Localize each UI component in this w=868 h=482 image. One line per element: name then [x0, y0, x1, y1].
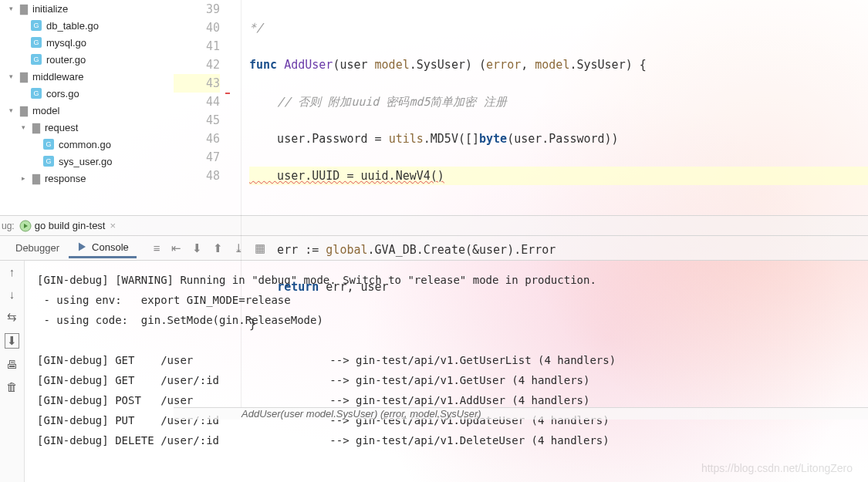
console-action-rail: ↑↓⇆⬇🖶🗑 [0, 261, 25, 482]
folder-icon: ▇ [20, 105, 28, 116]
tree-label: response [45, 173, 86, 184]
play-icon [76, 241, 87, 252]
tree-item[interactable]: Gdb_table.go [0, 17, 174, 34]
folder-icon: ▇ [20, 71, 28, 83]
tree-label: model [32, 105, 59, 116]
tree-item[interactable]: Gsys_user.go [0, 153, 174, 170]
tree-label: router.go [46, 54, 86, 66]
chevron-icon[interactable]: ▾ [9, 72, 20, 80]
folder-icon: ▇ [32, 173, 40, 184]
rail-action-icon[interactable]: ⇆ [7, 310, 17, 324]
tab-debugger[interactable]: Debugger [8, 239, 67, 257]
tree-item[interactable]: ▾▇initialize [0, 0, 174, 17]
rail-action-icon[interactable]: 🗑 [6, 380, 18, 393]
chevron-icon[interactable]: ▸ [22, 174, 32, 182]
rail-action-icon[interactable]: ⬇ [5, 333, 19, 349]
breadcrumb[interactable]: AddUser(user model.SysUser) (error, mode… [174, 407, 868, 420]
gutter-fold-area[interactable] [228, 0, 241, 407]
run-label: ug: [2, 221, 15, 231]
rail-action-icon[interactable]: ↑ [9, 265, 15, 278]
go-file-icon: G [31, 54, 42, 65]
tab-console[interactable]: Console [69, 238, 137, 258]
rail-action-icon[interactable]: 🖶 [6, 358, 18, 371]
tree-item[interactable]: ▾▇model [0, 102, 174, 119]
run-config-name[interactable]: go build gin-test [35, 220, 106, 231]
tree-item[interactable]: Gmysql.go [0, 34, 174, 51]
gutter-line-numbers: 39404142434445464748 [174, 0, 228, 407]
folder-icon: ▇ [32, 122, 40, 133]
go-file-icon: G [43, 156, 54, 167]
chevron-icon[interactable]: ▾ [9, 5, 20, 12]
watermark: https://blog.csdn.net/LitongZero [701, 462, 853, 474]
rail-action-icon[interactable]: ↓ [9, 288, 15, 301]
tree-label: common.go [59, 139, 111, 150]
tree-label: cors.go [46, 88, 79, 99]
tree-label: initialize [32, 3, 68, 15]
code-text[interactable]: */ func AddUser(user model.SysUser) (err… [241, 0, 868, 407]
close-icon[interactable]: × [110, 220, 116, 231]
code-editor[interactable]: 39404142434445464748 */ func AddUser(use… [174, 0, 868, 215]
tree-label: request [45, 122, 78, 133]
tree-item[interactable]: ▾▇middleware [0, 68, 174, 85]
chevron-icon[interactable]: ▾ [9, 106, 20, 114]
tree-label: middleware [32, 71, 83, 83]
tree-item[interactable]: Gcommon.go [0, 136, 174, 153]
tree-item[interactable]: Gcors.go [0, 85, 174, 102]
go-file-icon: G [43, 139, 54, 150]
go-file-icon: G [31, 37, 42, 48]
go-file-icon: G [31, 20, 42, 31]
tree-item[interactable]: Grouter.go [0, 51, 174, 68]
tree-item[interactable]: ▾▇request [0, 119, 174, 136]
chevron-icon[interactable]: ▾ [22, 123, 32, 131]
tree-label: sys_user.go [59, 156, 112, 167]
go-run-icon [19, 220, 32, 232]
tree-item[interactable]: ▸▇response [0, 170, 174, 187]
go-file-icon: G [31, 88, 42, 99]
folder-icon: ▇ [20, 3, 28, 15]
tree-label: db_table.go [46, 20, 99, 32]
debug-tool-icon[interactable]: ≡ [154, 241, 160, 255]
tree-label: mysql.go [46, 37, 86, 49]
project-tree[interactable]: ▾▇initializeGdb_table.goGmysql.goGrouter… [0, 0, 174, 215]
